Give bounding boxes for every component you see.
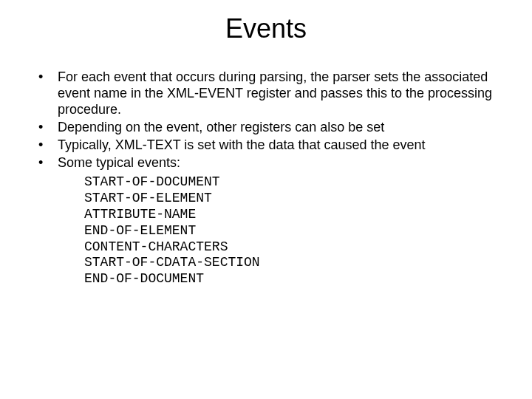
event-name: START-OF-DOCUMENT [84, 174, 510, 191]
bullet-list: For each event that occurs during parsin… [22, 69, 510, 171]
bullet-item: Some typical events: [35, 155, 510, 171]
slide: Events For each event that occurs during… [0, 0, 532, 399]
slide-title: Events [22, 13, 510, 44]
bullet-item: For each event that occurs during parsin… [35, 69, 510, 118]
event-name: ATTRIBUTE-NAME [84, 207, 510, 223]
event-name: END-OF-ELEMENT [84, 223, 510, 239]
event-name: START-OF-CDATA-SECTION [84, 255, 510, 271]
event-name: START-OF-ELEMENT [84, 191, 510, 207]
bullet-item: Depending on the event, other registers … [35, 120, 510, 136]
bullet-item: Typically, XML-TEXT is set with the data… [35, 137, 510, 154]
events-list: START-OF-DOCUMENT START-OF-ELEMENT ATTRI… [84, 174, 510, 288]
event-name: CONTENT-CHARACTERS [84, 239, 510, 256]
event-name: END-OF-DOCUMENT [84, 271, 510, 287]
